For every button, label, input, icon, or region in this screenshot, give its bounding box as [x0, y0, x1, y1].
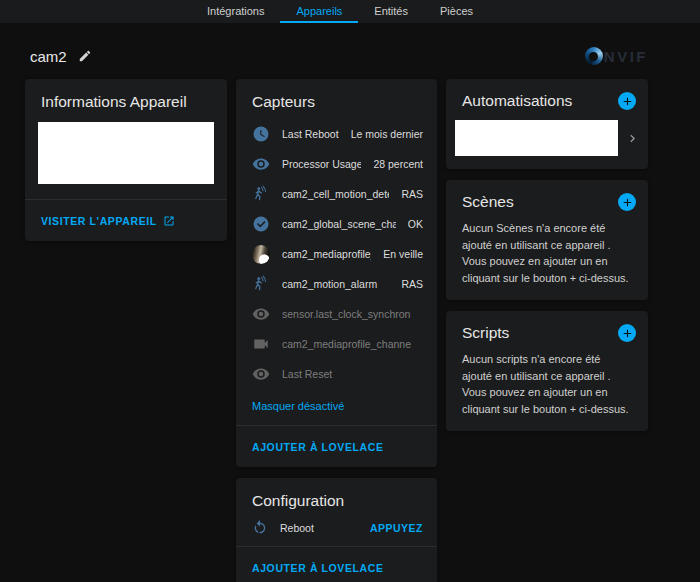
onvif-logo: nvif — [585, 47, 648, 65]
sensor-row[interactable]: cam2_mediaprofile_channel1_substr… — [236, 329, 437, 359]
config-row-reboot[interactable]: Reboot APPUYEZ — [236, 518, 437, 546]
add-script-button[interactable] — [618, 324, 636, 342]
restart-icon — [252, 520, 268, 536]
sensor-name: cam2_mediaprofile_channel1_substr… — [282, 338, 411, 350]
video-icon — [252, 335, 270, 353]
check-circle-icon — [252, 215, 270, 233]
sensor-row[interactable]: cam2_cell_motion_detectionRAS — [236, 179, 437, 209]
scripts-title: Scripts — [462, 324, 509, 342]
nav-tabs: Intégrations Appareils Entités Pièces — [191, 0, 489, 23]
sensor-value: RAS — [401, 188, 423, 200]
sensor-name: Processor Usage — [282, 158, 361, 170]
clock-icon — [252, 125, 270, 143]
sensor-row[interactable]: cam2_global_scene_changeOK — [236, 209, 437, 239]
sensor-row[interactable]: sensor.last_clock_synchronization — [236, 299, 437, 329]
eye-icon — [252, 305, 270, 323]
device-info-redacted — [38, 122, 214, 184]
device-page: cam2 nvif Informations Appareil VISITER … — [0, 23, 700, 582]
scripts-empty-text: Aucun scripts n'a encore été ajouté en u… — [446, 349, 648, 431]
sensor-row[interactable]: cam2_motion_alarmRAS — [236, 269, 437, 299]
tab-devices[interactable]: Appareils — [280, 0, 358, 23]
tab-integrations[interactable]: Intégrations — [191, 0, 280, 23]
sensor-value: OK — [408, 218, 423, 230]
automation-list-item[interactable] — [446, 117, 648, 169]
onvif-logo-text: nvif — [604, 48, 648, 65]
sensor-row[interactable]: cam2_mediaprofile_chann…En veille — [236, 239, 437, 269]
config-add-to-lovelace-button[interactable]: AJOUTER À LOVELACE — [252, 562, 384, 574]
sensor-name: cam2_motion_alarm — [282, 278, 389, 290]
sensors-title: Capteurs — [236, 79, 437, 119]
add-automation-button[interactable] — [618, 92, 636, 110]
automations-title: Automatisations — [462, 92, 572, 110]
automation-name-redacted — [455, 120, 618, 156]
scenes-empty-text: Aucun Scènes n'a encore été ajouté en ut… — [446, 218, 648, 300]
pencil-icon[interactable] — [78, 49, 92, 63]
scenes-title: Scènes — [462, 193, 514, 211]
sensor-value: En veille — [383, 248, 423, 260]
device-info-card: Informations Appareil VISITER L'APPAREIL — [25, 79, 227, 241]
tab-entities[interactable]: Entités — [358, 0, 424, 23]
onvif-ring-icon — [585, 47, 603, 65]
sensor-row[interactable]: Processor Usage28 percent — [236, 149, 437, 179]
configuration-card: Configuration Reboot APPUYEZ AJOUTER À L… — [236, 478, 437, 582]
add-scene-button[interactable] — [618, 193, 636, 211]
automations-card: Automatisations — [446, 79, 648, 169]
device-info-title: Informations Appareil — [25, 79, 227, 119]
tab-areas[interactable]: Pièces — [424, 0, 489, 23]
config-label: Reboot — [280, 522, 358, 534]
page-header: cam2 nvif — [25, 23, 700, 79]
sensor-value: 28 percent — [373, 158, 423, 170]
sensor-row[interactable]: Last RebootLe mois dernier — [236, 119, 437, 149]
chevron-right-icon — [625, 131, 640, 146]
motion-sensor-icon — [252, 185, 270, 203]
scenes-card: Scènes Aucun Scènes n'a encore été ajout… — [446, 180, 648, 300]
sensor-rows: Last RebootLe mois dernierProcessor Usag… — [236, 119, 437, 391]
camera-thumbnail — [252, 245, 270, 263]
sensor-value: Le mois dernier — [351, 128, 423, 140]
sensor-name: cam2_global_scene_change — [282, 218, 396, 230]
press-button[interactable]: APPUYEZ — [370, 522, 423, 534]
visit-device-label: VISITER L'APPAREIL — [41, 215, 157, 227]
scripts-card: Scripts Aucun scripts n'a encore été ajo… — [446, 311, 648, 431]
eye-icon — [252, 365, 270, 383]
cards-grid: Informations Appareil VISITER L'APPAREIL… — [25, 79, 700, 582]
page-title: cam2 — [30, 48, 67, 65]
sensor-name: cam2_cell_motion_detection — [282, 188, 389, 200]
hide-disabled-link[interactable]: Masquer désactivé — [236, 391, 437, 425]
top-navigation-bar: Intégrations Appareils Entités Pièces — [0, 0, 700, 23]
sensors-card: Capteurs Last RebootLe mois dernierProce… — [236, 79, 437, 467]
sensor-row[interactable]: Last Reset — [236, 359, 437, 389]
motion-sensor-icon — [252, 275, 270, 293]
sensor-value: RAS — [401, 278, 423, 290]
configuration-title: Configuration — [236, 478, 437, 518]
sensor-name: cam2_mediaprofile_chann… — [282, 248, 371, 260]
sensors-add-to-lovelace-button[interactable]: AJOUTER À LOVELACE — [252, 441, 384, 453]
visit-device-button[interactable]: VISITER L'APPAREIL — [41, 215, 175, 227]
eye-icon — [252, 155, 270, 173]
open-in-new-icon — [163, 215, 175, 227]
sensor-name: Last Reboot — [282, 128, 339, 140]
sensor-name: sensor.last_clock_synchronization — [282, 308, 411, 320]
sensor-name: Last Reset — [282, 368, 411, 380]
